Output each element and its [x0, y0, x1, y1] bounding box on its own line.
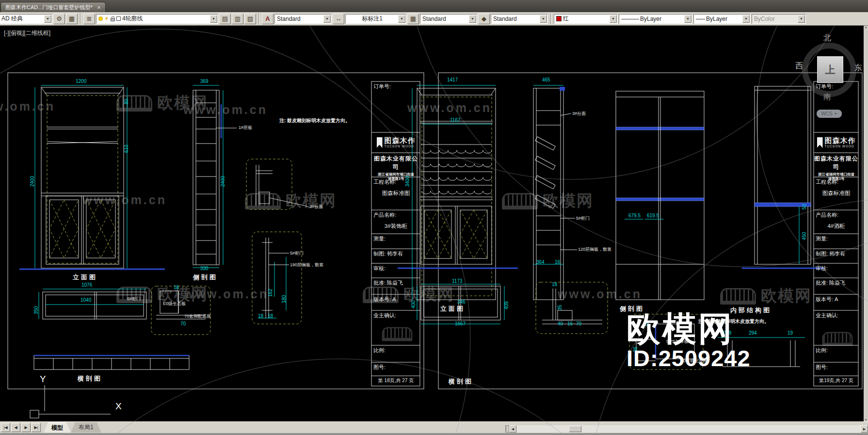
survey-cell: 测量: [814, 234, 859, 249]
lineweight-dropdown[interactable]: —— ByLayer ▼ [693, 14, 751, 24]
tucson-flag-icon [377, 137, 383, 148]
table-style-value: Standard [422, 16, 467, 22]
layer-unlock-icon [111, 18, 115, 21]
version-cell: 版本号: A [814, 294, 859, 310]
scroll-up-icon[interactable]: ▲ [865, 26, 868, 29]
viewport-controls-label[interactable]: [-][俯视][二维线框] [4, 29, 50, 37]
text-style-dropdown[interactable]: Standard ▼ [274, 14, 332, 24]
table-style-icon[interactable]: ▦ [407, 14, 419, 24]
company-info: 图森木业有限公司 浙江省湖州市埔口街道浦莲路1号 [371, 153, 420, 177]
scale-cell: 比例: [371, 345, 420, 362]
linetype-value: ByLayer [640, 16, 683, 22]
separator [258, 13, 259, 25]
linetype-icon: ———— [621, 16, 639, 21]
prev-tab-button[interactable]: ◀ [11, 423, 20, 432]
page-number: 第 18页,共 27 页 [371, 376, 420, 386]
chevron-down-icon[interactable]: ▼ [398, 15, 405, 23]
figure-number-cell: 图号: [371, 362, 420, 376]
chevron-down-icon[interactable]: ▼ [742, 15, 750, 23]
company-logo: 图森木作 TUCSON WOOD [371, 132, 420, 153]
company-info: 图森木业有限公司 浙江省湖州市埔口街道浦莲路1号 [814, 153, 859, 177]
text-style-icon[interactable]: A [262, 14, 273, 24]
plotstyle-value: ByColor [754, 16, 796, 22]
layer-isolate-button[interactable]: ▧ [244, 14, 256, 24]
horizontal-scrollbar[interactable]: ◀ ▶ [505, 425, 868, 433]
chevron-down-icon: ▼ [798, 15, 805, 23]
layer-on-icon [98, 16, 103, 21]
project-cell: 工程名称: 图森标准图 [814, 177, 859, 210]
plotstyle-dropdown: ByColor ▼ [752, 14, 806, 24]
audit-cell: 审核: [371, 263, 420, 278]
chevron-down-icon[interactable]: ▼ [684, 15, 691, 23]
survey-cell: 测量: [371, 234, 420, 249]
color-dropdown[interactable]: 红 ▼ [554, 14, 618, 24]
close-icon[interactable]: ✕ [97, 5, 101, 10]
color-value: 红 [563, 15, 608, 23]
version-cell: 版本号: A [371, 294, 420, 310]
separator [550, 13, 551, 25]
chevron-down-icon[interactable]: ▼ [610, 15, 617, 23]
dim-style-icon[interactable]: ↔ [333, 14, 344, 24]
document-tab[interactable]: 图森木作CAD...门垭口窗套壁炉线型* ✕ [0, 2, 106, 12]
layer-previous-button[interactable]: ▤ [219, 14, 231, 24]
chevron-down-icon[interactable]: ▼ [323, 15, 331, 23]
linetype-dropdown[interactable]: ———— ByLayer ▼ [619, 14, 692, 24]
next-tab-button[interactable]: ▶ [21, 423, 31, 432]
layer-color-icon [116, 16, 121, 21]
layer-properties-button[interactable]: ≣ [83, 14, 95, 24]
order-number-label: 订单号: [371, 81, 420, 132]
title-block-right: 订单号: 图森木作 TUCSON WOOD 图森木业有限公司 浙江省湖州市埔口街… [814, 81, 859, 386]
scroll-left-icon[interactable]: ◀ [509, 425, 516, 433]
separator [80, 13, 81, 25]
owner-confirm-cell: 业主确认: [814, 310, 859, 345]
last-tab-button[interactable]: ▶| [32, 423, 41, 432]
wcs-dropdown[interactable]: WCS▼ [817, 110, 842, 118]
order-number-label: 订单号: [814, 81, 859, 132]
chevron-down-icon[interactable]: ▼ [469, 15, 476, 23]
workspace-dropdown[interactable]: AD 经典 ▼ [0, 14, 52, 24]
first-tab-button[interactable]: |◀ [1, 423, 10, 432]
product-cell: 产品名称: 3#装饰柜 [371, 210, 420, 234]
layer-thaw-icon: ☀ [104, 16, 109, 21]
figure-number-cell: 图号: [814, 362, 859, 376]
title-block-left: 订单号: 图森木作 TUCSON WOOD 图森木业有限公司 浙江省湖州市埔口街… [371, 81, 420, 386]
scrollbar-splitter[interactable] [506, 425, 509, 433]
workspace-value: AD 经典 [1, 15, 43, 23]
color-swatch-icon [556, 16, 562, 21]
owner-confirm-cell: 业主确认: [371, 310, 420, 345]
table-style-dropdown[interactable]: Standard ▼ [420, 14, 477, 24]
mleader-style-icon[interactable]: ◆ [478, 14, 490, 24]
mleader-style-value: Standard [493, 16, 538, 22]
lineweight-value: ByLayer [706, 16, 741, 22]
text-style-value: Standard [277, 16, 322, 22]
layer-value: 4轮廓线 [122, 15, 209, 23]
approve-cell: 批准: 陈焱飞 [814, 278, 859, 294]
tucson-flag-icon [817, 137, 823, 148]
layer-dropdown[interactable]: ☀ 4轮廓线 ▼ [96, 14, 218, 24]
vertical-scrollbar[interactable]: ▲ ▼ [864, 26, 868, 421]
dim-style-dropdown[interactable]: 标标注1 ▼ [345, 14, 406, 24]
workspace-settings-button[interactable]: ⚙ [53, 14, 65, 24]
status-strip [0, 433, 868, 435]
scroll-right-icon[interactable]: ▶ [861, 425, 868, 433]
chevron-down-icon: ▼ [834, 112, 837, 115]
chevron-down-icon[interactable]: ▼ [540, 15, 547, 23]
chevron-down-icon[interactable]: ▼ [44, 15, 51, 23]
project-cell: 工程名称: 图森标准图 [371, 177, 420, 210]
workspace-save-button[interactable]: ▦ [66, 14, 78, 24]
product-cell: 产品名称: 4#酒柜 [814, 210, 859, 234]
scrollbar-thumb[interactable] [569, 426, 581, 432]
chevron-down-icon[interactable]: ▼ [210, 15, 217, 23]
scale-cell: 比例: [814, 345, 859, 362]
tab-model[interactable]: 模型 [44, 422, 71, 433]
approve-cell: 批准: 陈焱飞 [371, 278, 420, 294]
tab-layout1[interactable]: 布局1 [71, 422, 101, 433]
mleader-style-dropdown[interactable]: Standard ▼ [491, 14, 548, 24]
layer-states-button[interactable]: ▥ [232, 14, 243, 24]
draft-cell: 制图: 韩李有 [371, 249, 420, 263]
toolbar: AD 经典 ▼ ⚙ ▦ ≣ ☀ 4轮廓线 ▼ ▤ ▥ ▧ A Standard … [0, 12, 868, 26]
lineweight-icon: —— [696, 16, 705, 21]
drawing-canvas[interactable] [0, 26, 868, 421]
document-tab-label: 图森木作CAD...门垭口窗套壁炉线型* [5, 4, 93, 11]
title-bar: 图森木作CAD...门垭口窗套壁炉线型* ✕ [0, 0, 868, 12]
